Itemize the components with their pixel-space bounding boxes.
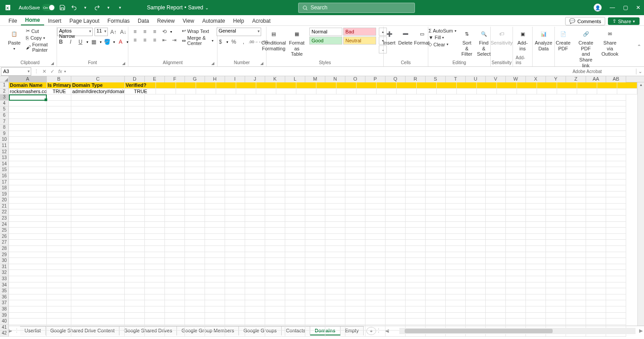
cell[interactable] bbox=[205, 185, 225, 192]
cell[interactable] bbox=[145, 106, 165, 113]
percent-button[interactable]: % bbox=[230, 38, 238, 46]
cell[interactable] bbox=[265, 101, 285, 107]
cell[interactable] bbox=[426, 252, 446, 258]
cell[interactable] bbox=[185, 204, 205, 210]
cell[interactable] bbox=[457, 89, 477, 95]
cell[interactable] bbox=[546, 106, 566, 113]
cell[interactable] bbox=[285, 113, 305, 119]
cell[interactable] bbox=[365, 319, 386, 325]
cell[interactable] bbox=[586, 161, 606, 167]
cell[interactable] bbox=[285, 216, 305, 222]
cell[interactable] bbox=[265, 288, 285, 294]
cell[interactable] bbox=[586, 125, 606, 131]
redo-button[interactable] bbox=[93, 3, 102, 12]
cell[interactable] bbox=[296, 89, 316, 95]
cell[interactable] bbox=[325, 119, 345, 125]
cell[interactable] bbox=[165, 276, 185, 282]
cell[interactable] bbox=[305, 325, 325, 331]
create-pdf-share-button[interactable]: 🔗Create PDF and Share link bbox=[575, 28, 597, 69]
autosave-toggle[interactable]: On bbox=[42, 4, 55, 11]
cell[interactable] bbox=[265, 149, 285, 155]
cell[interactable] bbox=[406, 167, 426, 173]
cell[interactable] bbox=[9, 204, 47, 210]
cell[interactable] bbox=[506, 119, 526, 125]
cell[interactable] bbox=[557, 82, 577, 89]
cell[interactable] bbox=[486, 94, 506, 101]
cell[interactable] bbox=[466, 319, 486, 325]
cell[interactable] bbox=[9, 143, 47, 149]
cell[interactable] bbox=[345, 185, 365, 192]
cell[interactable] bbox=[145, 209, 165, 216]
cell[interactable] bbox=[165, 331, 185, 337]
cell[interactable] bbox=[225, 197, 245, 204]
cell[interactable] bbox=[546, 161, 566, 167]
row-header[interactable]: 7 bbox=[0, 119, 9, 125]
cell[interactable] bbox=[466, 185, 486, 192]
cell[interactable] bbox=[365, 143, 386, 149]
cell[interactable] bbox=[566, 94, 586, 101]
cell[interactable] bbox=[546, 155, 566, 161]
cell[interactable] bbox=[145, 197, 165, 204]
cell[interactable] bbox=[345, 131, 365, 137]
underline-button[interactable]: U bbox=[77, 38, 85, 46]
cell[interactable] bbox=[305, 331, 325, 337]
cell[interactable] bbox=[285, 106, 305, 113]
cell[interactable]: Domain Type bbox=[71, 82, 125, 89]
cell[interactable] bbox=[325, 149, 345, 155]
col-U[interactable]: U bbox=[466, 76, 486, 82]
cell[interactable] bbox=[205, 101, 225, 107]
cell[interactable] bbox=[9, 155, 47, 161]
cell[interactable] bbox=[245, 173, 265, 180]
cell[interactable] bbox=[205, 119, 225, 125]
cell[interactable] bbox=[265, 119, 285, 125]
cell[interactable] bbox=[245, 106, 265, 113]
cell[interactable] bbox=[145, 161, 165, 167]
cell[interactable] bbox=[566, 306, 586, 313]
cell[interactable] bbox=[586, 180, 606, 186]
cell[interactable] bbox=[345, 258, 365, 264]
format-as-table-button[interactable]: ▦Format as Table bbox=[287, 28, 307, 58]
cell[interactable] bbox=[406, 185, 426, 192]
cell[interactable] bbox=[185, 282, 205, 289]
cell[interactable] bbox=[406, 246, 426, 252]
cell[interactable] bbox=[345, 228, 365, 234]
cell[interactable] bbox=[446, 270, 466, 276]
cell[interactable] bbox=[47, 197, 71, 204]
cell[interactable] bbox=[486, 264, 506, 270]
cell[interactable] bbox=[566, 180, 586, 186]
cell[interactable] bbox=[537, 89, 557, 95]
cell[interactable] bbox=[466, 288, 486, 294]
cell[interactable] bbox=[546, 94, 566, 101]
cell[interactable] bbox=[566, 234, 586, 240]
cell[interactable] bbox=[406, 131, 426, 137]
cell[interactable] bbox=[365, 228, 386, 234]
cell[interactable] bbox=[345, 155, 365, 161]
cell[interactable] bbox=[526, 167, 546, 173]
cell[interactable] bbox=[606, 209, 626, 216]
cell[interactable] bbox=[165, 185, 185, 192]
cell[interactable] bbox=[145, 276, 165, 282]
cell[interactable] bbox=[316, 89, 336, 95]
cell[interactable] bbox=[225, 258, 245, 264]
cell[interactable] bbox=[365, 331, 386, 337]
cell[interactable] bbox=[486, 131, 506, 137]
cell[interactable] bbox=[305, 204, 325, 210]
cell[interactable] bbox=[426, 167, 446, 173]
tab-help[interactable]: Help bbox=[229, 16, 248, 25]
cell[interactable] bbox=[145, 149, 165, 155]
cell[interactable] bbox=[566, 137, 586, 143]
cell[interactable] bbox=[9, 119, 47, 125]
cell[interactable] bbox=[466, 252, 486, 258]
cell[interactable] bbox=[225, 306, 245, 313]
cell[interactable] bbox=[9, 294, 47, 301]
cell[interactable] bbox=[406, 288, 426, 294]
cell[interactable] bbox=[125, 149, 145, 155]
search-input[interactable] bbox=[311, 4, 377, 11]
row-header[interactable]: 35 bbox=[0, 288, 9, 294]
cell[interactable] bbox=[145, 101, 165, 107]
cell[interactable] bbox=[345, 197, 365, 204]
cell[interactable] bbox=[446, 294, 466, 301]
fill-button[interactable]: ▼Fill▾ bbox=[427, 34, 457, 41]
cell[interactable] bbox=[265, 131, 285, 137]
cell[interactable] bbox=[386, 228, 406, 234]
